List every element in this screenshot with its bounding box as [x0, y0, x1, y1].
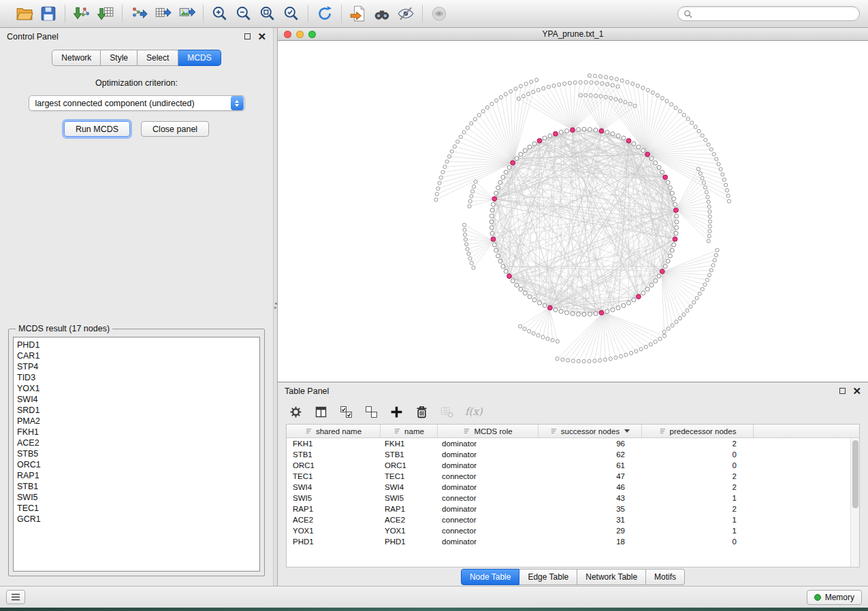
share-document-icon[interactable]: [349, 5, 367, 22]
delete-table-icon[interactable]: [440, 405, 454, 419]
table-row[interactable]: RAP1RAP1dominator352: [287, 503, 859, 514]
function-builder-icon[interactable]: f(x): [465, 406, 483, 418]
list-item[interactable]: TEC1: [17, 503, 256, 514]
save-session-icon[interactable]: [39, 5, 57, 22]
table-scrollbar[interactable]: [850, 439, 859, 567]
table-cell: FKH1: [381, 440, 438, 448]
list-item[interactable]: ACE2: [17, 437, 256, 448]
zoom-out-icon[interactable]: [235, 5, 253, 22]
show-hide-graphics-icon[interactable]: [397, 5, 415, 22]
import-table-from-file-icon[interactable]: [97, 5, 114, 22]
list-item[interactable]: SWI5: [17, 492, 256, 503]
open-file-icon[interactable]: [16, 5, 33, 22]
table-cell: dominator: [438, 461, 539, 469]
list-item[interactable]: PHD1: [17, 340, 256, 350]
tab-node-table[interactable]: Node Table: [461, 569, 520, 585]
list-item[interactable]: ORC1: [17, 459, 256, 470]
import-network-from-file-icon[interactable]: [73, 5, 91, 22]
splitter-handle-icon[interactable]: ◂▸: [274, 301, 277, 310]
close-table-panel-icon[interactable]: ✕: [852, 388, 861, 395]
column-header-successor-nodes[interactable]: successor nodes: [539, 425, 642, 437]
column-header-shared-name[interactable]: shared name: [287, 425, 381, 437]
list-item[interactable]: GCR1: [17, 514, 256, 525]
close-window-icon[interactable]: [284, 31, 291, 38]
zoom-in-icon[interactable]: [211, 5, 229, 22]
list-item[interactable]: FKH1: [17, 427, 256, 437]
tab-style[interactable]: Style: [101, 50, 138, 66]
table-row[interactable]: YOX1YOX1connector291: [287, 525, 859, 536]
memory-button[interactable]: Memory: [807, 590, 862, 605]
search-network-icon[interactable]: [373, 5, 391, 22]
column-header-name[interactable]: name: [381, 425, 438, 437]
export-table-icon[interactable]: [154, 5, 172, 22]
table-cell: 46: [539, 483, 642, 491]
list-item[interactable]: SRD1: [17, 405, 256, 416]
list-item[interactable]: YOX1: [17, 383, 256, 394]
list-item[interactable]: TID3: [17, 372, 256, 383]
network-canvas[interactable]: [278, 41, 868, 382]
run-mcds-button[interactable]: Run MCDS: [64, 121, 130, 137]
export-image-icon[interactable]: [178, 5, 195, 22]
network-title: YPA_prune.txt_1: [278, 29, 868, 39]
criterion-select[interactable]: largest connected component (undirected): [29, 95, 245, 111]
search-box[interactable]: [677, 6, 860, 21]
search-input[interactable]: [696, 9, 854, 18]
table-cell: connector: [438, 472, 539, 480]
status-menu-button[interactable]: [6, 590, 25, 604]
table-row[interactable]: SWI4SWI4dominator462: [287, 482, 859, 493]
close-mcds-panel-button[interactable]: Close panel: [141, 121, 209, 137]
sort-icon: [659, 427, 666, 435]
vertical-splitter[interactable]: ◂▸: [273, 28, 278, 586]
maximize-window-icon[interactable]: [308, 31, 316, 38]
add-row-icon[interactable]: [389, 405, 404, 419]
tab-motifs[interactable]: Motifs: [646, 569, 685, 585]
list-item[interactable]: STP4: [17, 361, 256, 372]
list-item[interactable]: RAP1: [17, 470, 256, 481]
table-cell: 18: [539, 538, 642, 546]
column-header-MCDS-role[interactable]: MCDS role: [438, 425, 539, 437]
deselect-all-icon[interactable]: [364, 405, 379, 419]
table-cell: connector: [438, 494, 539, 502]
zoom-fit-content-icon[interactable]: [259, 5, 276, 22]
list-item[interactable]: PMA2: [17, 416, 256, 427]
toolbar-group: [422, 5, 455, 22]
control-panel-header: Control Panel ✕: [0, 28, 273, 45]
float-table-panel-icon[interactable]: [839, 388, 846, 394]
scrollbar-thumb[interactable]: [852, 440, 858, 508]
settings-icon[interactable]: [289, 405, 303, 419]
export-network-icon[interactable]: [130, 5, 148, 22]
table-row[interactable]: ORC1ORC1dominator610: [287, 460, 859, 471]
list-item[interactable]: SWI4: [17, 394, 256, 405]
zoom-selected-icon[interactable]: [283, 5, 300, 22]
list-item[interactable]: STB1: [17, 481, 256, 492]
table-row[interactable]: FKH1FKH1dominator962: [287, 438, 859, 449]
mcds-result-list[interactable]: PHD1CAR1STP4TID3YOX1SWI4SRD1PMA2FKH1ACE2…: [13, 337, 260, 572]
toolbar-group: [122, 5, 203, 22]
choose-columns-icon[interactable]: [314, 405, 328, 419]
table-row[interactable]: SWI5SWI5connector431: [287, 493, 859, 503]
close-panel-icon[interactable]: ✕: [257, 33, 266, 40]
list-item[interactable]: STB5: [17, 448, 256, 459]
table-row[interactable]: TEC1TEC1connector472: [287, 471, 859, 482]
table-cell: YOX1: [381, 527, 438, 535]
column-header-predecessor-nodes[interactable]: predecessor nodes: [642, 425, 754, 437]
table-row[interactable]: ACE2ACE2connector311: [287, 514, 859, 525]
search-icon: [684, 10, 692, 18]
tab-mcds[interactable]: MCDS: [178, 50, 221, 66]
network-titlebar[interactable]: YPA_prune.txt_1: [278, 28, 868, 41]
tab-select[interactable]: Select: [138, 50, 178, 66]
tab-network-table[interactable]: Network Table: [577, 569, 646, 585]
select-all-icon[interactable]: [339, 405, 353, 419]
list-item[interactable]: CAR1: [17, 350, 256, 361]
float-panel-icon[interactable]: [244, 33, 251, 39]
table-row[interactable]: STB1STB1dominator620: [287, 449, 859, 460]
table-row[interactable]: PHD1PHD1dominator180: [287, 536, 859, 547]
tab-edge-table[interactable]: Edge Table: [519, 569, 577, 585]
tab-network[interactable]: Network: [52, 50, 101, 66]
refresh-view-icon[interactable]: [316, 5, 334, 22]
table-cell: SWI4: [381, 483, 438, 491]
delete-row-icon[interactable]: [415, 405, 429, 419]
column-menu-icon[interactable]: [624, 429, 630, 433]
minimize-window-icon[interactable]: [296, 31, 304, 38]
inspect-disabled-icon[interactable]: [430, 5, 448, 22]
